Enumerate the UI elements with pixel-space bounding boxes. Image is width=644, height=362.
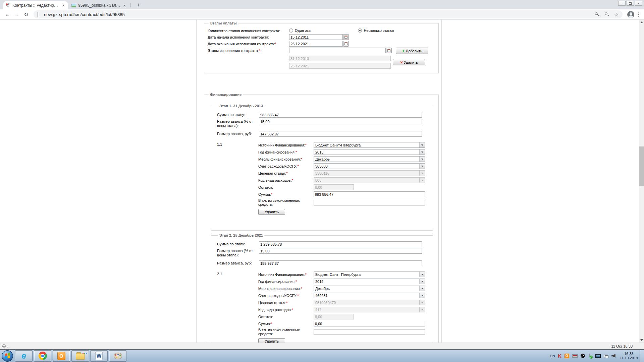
bookmark-star-icon[interactable]: ☆ (614, 12, 619, 17)
orange-app-icon[interactable] (565, 354, 569, 358)
expense-account-select[interactable]: 363680 (314, 163, 425, 169)
radio-one-stage[interactable]: Один этап (289, 28, 312, 33)
radio-multiple-stages[interactable]: Несколько этапов (358, 28, 394, 33)
scrollbar-thumb[interactable] (639, 146, 644, 186)
close-button[interactable]: × (635, 1, 642, 6)
delete-line-button[interactable]: Удалить (258, 338, 285, 343)
language-indicator[interactable]: EN (550, 354, 555, 358)
funding-source-select[interactable]: Бюджет Санкт-Петербурга (314, 142, 425, 148)
delete-line-button[interactable]: Удалить (258, 209, 285, 215)
stage-sum-input[interactable] (259, 241, 422, 247)
close-tab-icon[interactable]: × (122, 3, 126, 8)
advance-percent-input[interactable] (259, 119, 422, 124)
field-label: Сумма по этапу: (217, 112, 259, 117)
taskbar-outlook-button[interactable] (53, 350, 70, 362)
address-bar[interactable]: new.gz-spb.ru/#cm/contract/edit/lot/9538… (34, 10, 623, 18)
profile-avatar[interactable] (627, 11, 634, 18)
chevron-down-icon (419, 279, 425, 284)
taskbar-paint-button[interactable] (109, 350, 126, 362)
date-start-input[interactable] (289, 34, 343, 40)
volume-icon[interactable] (611, 354, 615, 358)
advance-rub-input[interactable] (259, 260, 422, 266)
round-app-icon[interactable] (581, 354, 585, 358)
chevron-down-icon (419, 157, 425, 162)
stage-legend: Этап 2. 25 Декабрь 2021 (218, 233, 264, 237)
maximize-button[interactable] (627, 1, 634, 6)
new-tab-button[interactable]: + (134, 1, 143, 9)
field-label: Месяц финансирования:* (258, 157, 314, 161)
reload-icon[interactable]: ↻ (21, 11, 31, 18)
field-label: Код вида расходов:* (258, 308, 314, 312)
chevron-down-icon (419, 178, 425, 183)
funding-month-select[interactable]: Декабрь (314, 286, 425, 291)
taskbar-clock[interactable]: 16:38 11.10.2019 (620, 352, 638, 360)
field-label: Сумма:* (258, 192, 314, 196)
stage-date-input[interactable] (289, 48, 386, 53)
taskbar-explorer-button[interactable] (71, 350, 89, 362)
amount-input[interactable] (314, 321, 425, 326)
financing-fieldset: Финансирование Этап 1. 31 Декабрь 2013 С… (204, 93, 439, 343)
calendar-icon[interactable] (386, 48, 392, 53)
key-icon[interactable] (593, 11, 600, 18)
field-label: Размер аванса, руб: (217, 131, 259, 136)
expense-type-code-select: 414 (314, 307, 425, 312)
funding-year-select[interactable]: 2019 (314, 279, 425, 284)
display-settings-icon[interactable] (595, 354, 601, 358)
word-icon (95, 352, 103, 360)
advance-percent-input[interactable] (259, 248, 422, 254)
vertical-scrollbar[interactable] (639, 20, 644, 343)
device-icon[interactable] (572, 354, 578, 358)
usb-safely-remove-icon[interactable] (588, 354, 592, 358)
amount-input[interactable] (314, 191, 425, 197)
saved-funds-input[interactable] (314, 200, 425, 205)
date-end-input[interactable] (289, 41, 343, 47)
stage-1-fieldset: Этап 1. 31 Декабрь 2013 Сумма по этапу: … (211, 104, 433, 231)
scroll-up-icon[interactable] (639, 20, 644, 25)
taskbar-chrome-button[interactable] (34, 350, 51, 362)
image-favicon-icon (71, 4, 76, 7)
payment-stages-legend: Этапы оплаты (209, 21, 238, 25)
browser-menu-icon[interactable] (638, 12, 639, 17)
kaspersky-icon[interactable] (558, 354, 561, 358)
expense-account-select[interactable]: 469251 (314, 293, 425, 298)
back-icon[interactable]: ← (3, 11, 12, 17)
funding-month-select[interactable]: Декабрь (314, 156, 425, 162)
field-label: Год финансирования:* (258, 150, 314, 154)
taskbar-ie-button[interactable] (15, 350, 33, 362)
network-icon[interactable] (604, 354, 608, 358)
panel-border-line (198, 20, 198, 343)
scroll-down-icon[interactable] (639, 338, 644, 343)
line-number: 2.1 (217, 272, 222, 276)
chevron-down-icon (419, 307, 425, 312)
zoom-icon[interactable] (604, 12, 609, 17)
field-label: Размер аванса (% от цены этапа): (217, 248, 259, 257)
radio-checked-icon[interactable] (358, 28, 362, 33)
delete-stage-button[interactable]: ×Удалить (393, 59, 425, 65)
advance-rub-input[interactable] (259, 131, 422, 137)
field-label: Счет расходов/КОСГУ:* (258, 164, 314, 168)
lock-icon[interactable] (38, 12, 41, 16)
panel-border-line (196, 20, 197, 343)
field-label: Размер аванса, руб: (217, 260, 259, 265)
add-stage-button[interactable]: +Добавить (396, 48, 428, 54)
forward-icon[interactable]: → (12, 11, 21, 17)
minimize-button[interactable] (618, 1, 626, 6)
saved-funds-input[interactable] (314, 329, 425, 335)
browser-tabstrip: Контракты :: Редактирование ко × 95995_o… (0, 0, 644, 9)
show-desktop-button[interactable] (640, 350, 644, 362)
close-tab-icon[interactable]: × (61, 3, 65, 8)
rest-input (314, 184, 354, 190)
status-bar: ... 11 Окт 16:38 (0, 343, 644, 349)
calendar-icon[interactable] (343, 41, 349, 47)
calendar-icon[interactable] (343, 34, 349, 40)
gavel-favicon-icon (6, 3, 10, 8)
funding-year-select[interactable]: 2013 (314, 149, 425, 155)
tab-contracts[interactable]: Контракты :: Редактирование ко × (3, 1, 68, 9)
stage-sum-input[interactable] (259, 112, 422, 118)
tab-image[interactable]: 95995_oshibka - Заливка удалас × (69, 1, 129, 9)
radio-icon[interactable] (289, 28, 293, 33)
spacer (208, 56, 289, 57)
taskbar-word-button[interactable] (90, 350, 108, 362)
funding-source-select[interactable]: Бюджет Санкт-Петербурга (314, 272, 425, 277)
start-button[interactable] (2, 350, 13, 362)
